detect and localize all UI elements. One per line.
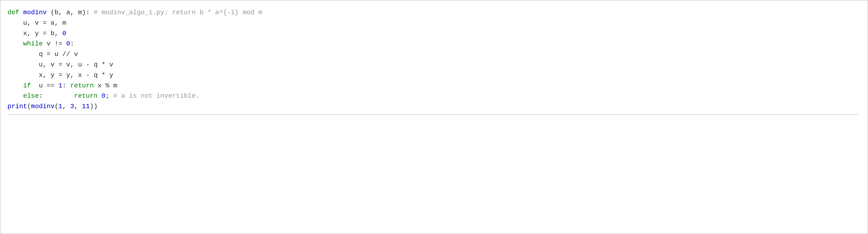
code-token-kw: return	[74, 92, 98, 100]
code-token-kw: else	[23, 92, 39, 100]
code-token-kw: return	[70, 82, 94, 89]
code-token-plain: u ==	[31, 82, 59, 89]
code-token-num: 0	[101, 92, 105, 100]
code-token-comment: # modinv_algo_1.py: return b * a^{-1} mo…	[94, 9, 262, 16]
code-line: else: return 0; # a is not invertible.	[7, 91, 858, 101]
code-token-kw: while	[23, 40, 43, 47]
code-token-plain: :	[70, 40, 74, 47]
code-token-plain: (b, a, m):	[46, 9, 94, 16]
code-token-plain	[98, 92, 102, 100]
code-token-plain: v !=	[43, 40, 66, 47]
code-token-fn: print	[7, 103, 27, 110]
code-token-plain	[7, 40, 23, 47]
code-line: u, v = v, u - q * v	[7, 60, 858, 70]
code-token-plain: :	[39, 92, 74, 100]
code-token-plain: :	[62, 82, 70, 89]
code-token-num: 11	[82, 103, 90, 110]
code-token-plain: u, v = v, u - q * v	[7, 61, 113, 68]
code-token-num: 0	[62, 30, 66, 37]
code-token-plain: ))	[90, 103, 98, 110]
code-token-plain: x, y = b,	[7, 30, 62, 37]
code-line: x, y = b, 0	[7, 28, 858, 39]
code-line: x, y = y, x - q * y	[7, 70, 858, 81]
code-token-plain: (	[55, 103, 59, 110]
code-token-plain	[7, 82, 23, 89]
code-token-plain: u, v = a, m	[7, 19, 66, 27]
code-token-num: 3	[70, 103, 74, 110]
code-token-plain: q = u // v	[7, 51, 78, 58]
code-token-plain: (	[27, 103, 31, 110]
bottom-divider	[7, 114, 858, 115]
code-token-num: 1	[58, 82, 62, 89]
code-token-comment: # a is not invertible.	[113, 92, 200, 100]
code-token-plain: ,	[74, 103, 82, 110]
code-block: def modinv (b, a, m): # modinv_algo_1.py…	[7, 7, 858, 112]
code-token-plain: x % m	[94, 82, 117, 89]
code-token-kw: if	[23, 82, 31, 89]
code-line: def modinv (b, a, m): # modinv_algo_1.py…	[7, 7, 858, 18]
code-token-plain	[19, 9, 23, 16]
code-container: def modinv (b, a, m): # modinv_algo_1.py…	[0, 0, 868, 234]
code-line: u, v = a, m	[7, 18, 858, 28]
code-token-fn: modinv	[23, 9, 46, 16]
code-line: if u == 1: return x % m	[7, 81, 858, 91]
code-token-num: 0	[66, 40, 70, 47]
code-line: print(modinv(1, 3, 11))	[7, 101, 858, 112]
code-line: q = u // v	[7, 49, 858, 60]
code-token-fn: modinv	[31, 103, 55, 110]
code-token-plain: ;	[105, 92, 113, 100]
code-line: while v != 0:	[7, 39, 858, 49]
code-token-num: 1	[58, 103, 62, 110]
code-token-kw: def	[7, 9, 19, 16]
code-token-plain: ,	[62, 103, 70, 110]
code-token-plain: x, y = y, x - q * y	[7, 72, 113, 79]
code-token-plain	[7, 92, 23, 100]
